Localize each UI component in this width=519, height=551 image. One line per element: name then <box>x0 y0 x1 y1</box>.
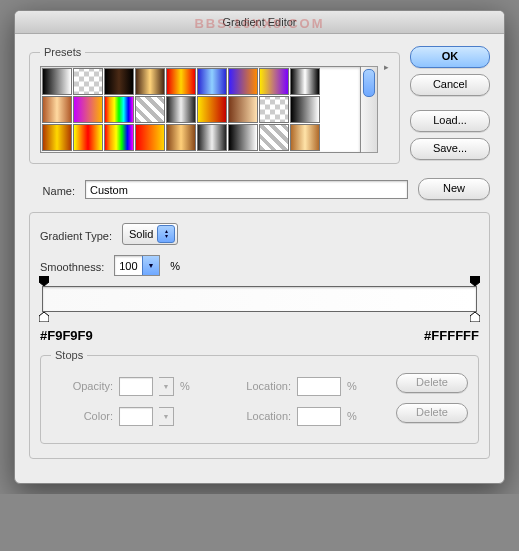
select-arrows-icon: ▴▾ <box>157 225 175 243</box>
dialog-buttons: OK Cancel Load... Save... <box>410 46 490 166</box>
preset-swatch[interactable] <box>73 96 103 123</box>
svg-marker-3 <box>470 312 480 322</box>
color-stop-left-value: #F9F9F9 <box>40 328 93 343</box>
svg-marker-1 <box>470 276 480 286</box>
titlebar[interactable]: Gradient Editor BBS.16XX8.COM <box>15 11 504 34</box>
presets-fieldset: Presets ▸ <box>29 46 400 164</box>
preset-swatch[interactable] <box>166 124 196 151</box>
opacity-stop-right[interactable] <box>470 276 480 286</box>
color-swatch[interactable] <box>119 407 153 426</box>
new-button[interactable]: New <box>418 178 490 200</box>
preset-swatch[interactable] <box>73 68 103 95</box>
preset-swatch[interactable] <box>290 68 320 95</box>
svg-marker-0 <box>39 276 49 286</box>
location-label: Location: <box>229 410 291 422</box>
color-location-input[interactable] <box>297 407 341 426</box>
save-button[interactable]: Save... <box>410 138 490 160</box>
preset-swatch[interactable] <box>135 96 165 123</box>
preset-swatch[interactable] <box>197 68 227 95</box>
gradient-bar[interactable] <box>42 286 477 312</box>
stops-fieldset: Stops Opacity: ▼ % Location: % Delete Co… <box>40 349 479 444</box>
opacity-location-input[interactable] <box>297 377 341 396</box>
preset-swatch[interactable] <box>290 124 320 151</box>
preset-swatch[interactable] <box>104 96 134 123</box>
dropdown-arrow-icon: ▼ <box>159 377 174 396</box>
color-label: Color: <box>51 410 113 422</box>
presets-grid <box>40 66 361 153</box>
preset-swatch[interactable] <box>73 124 103 151</box>
color-stop-left[interactable] <box>39 312 49 322</box>
preset-swatch[interactable] <box>166 68 196 95</box>
location-unit: % <box>347 410 357 422</box>
delete-opacity-stop-button[interactable]: Delete <box>396 373 468 393</box>
window-title: Gradient Editor <box>223 16 297 28</box>
opacity-stop-left[interactable] <box>39 276 49 286</box>
location-label: Location: <box>229 380 291 392</box>
smoothness-label: Smoothness: <box>40 258 104 273</box>
preset-swatch[interactable] <box>104 124 134 151</box>
gradient-preview[interactable] <box>42 286 477 312</box>
opacity-unit: % <box>180 380 190 392</box>
preset-swatch[interactable] <box>197 96 227 123</box>
presets-scrollbar[interactable] <box>361 66 378 153</box>
preset-swatch[interactable] <box>197 124 227 151</box>
gradient-type-label: Gradient Type: <box>40 227 112 242</box>
smoothness-input[interactable]: 100 ▼ <box>114 255 160 276</box>
preset-swatch[interactable] <box>228 124 258 151</box>
presets-label: Presets <box>40 46 85 58</box>
preset-swatch[interactable] <box>135 124 165 151</box>
preset-swatch[interactable] <box>259 96 289 123</box>
smoothness-unit: % <box>170 260 180 272</box>
opacity-input[interactable] <box>119 377 153 396</box>
preset-swatch[interactable] <box>42 124 72 151</box>
gradient-type-select[interactable]: Solid ▴▾ <box>122 223 178 245</box>
ok-button[interactable]: OK <box>410 46 490 68</box>
cancel-button[interactable]: Cancel <box>410 74 490 96</box>
gradient-type-value: Solid <box>129 228 153 240</box>
preset-swatch[interactable] <box>228 96 258 123</box>
gradient-editor-dialog: Gradient Editor BBS.16XX8.COM Presets ▸ <box>14 10 505 484</box>
smoothness-value: 100 <box>115 260 141 272</box>
preset-swatch[interactable] <box>259 124 289 151</box>
opacity-label: Opacity: <box>51 380 113 392</box>
preset-swatch[interactable] <box>259 68 289 95</box>
svg-marker-2 <box>39 312 49 322</box>
preset-swatch[interactable] <box>166 96 196 123</box>
preset-swatch[interactable] <box>42 68 72 95</box>
location-unit: % <box>347 380 357 392</box>
presets-menu-icon[interactable]: ▸ <box>384 62 389 153</box>
preset-swatch[interactable] <box>104 68 134 95</box>
preset-swatch[interactable] <box>42 96 72 123</box>
gradient-settings: Gradient Type: Solid ▴▾ Smoothness: 100 … <box>29 212 490 459</box>
name-input[interactable]: Custom <box>85 180 408 199</box>
color-stop-right-value: #FFFFFF <box>424 328 479 343</box>
name-label: Name: <box>29 182 75 197</box>
preset-swatch[interactable] <box>228 68 258 95</box>
scrollbar-thumb[interactable] <box>363 69 375 97</box>
color-stop-right[interactable] <box>470 312 480 322</box>
stops-label: Stops <box>51 349 87 361</box>
dropdown-arrow-icon: ▼ <box>142 256 160 275</box>
preset-swatch[interactable] <box>135 68 165 95</box>
load-button[interactable]: Load... <box>410 110 490 132</box>
preset-swatch[interactable] <box>290 96 320 123</box>
dropdown-arrow-icon: ▼ <box>159 407 174 426</box>
delete-color-stop-button[interactable]: Delete <box>396 403 468 423</box>
